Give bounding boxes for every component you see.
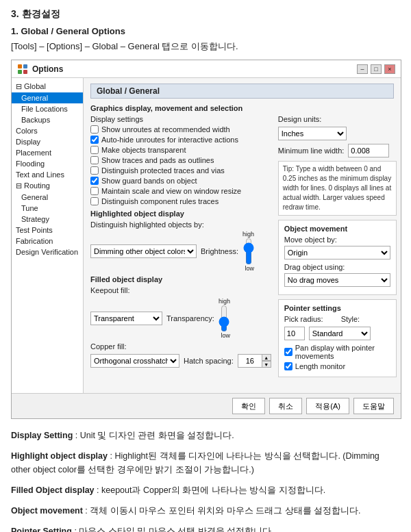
keepout-controls: Transparent Solid Transparency: high low (90, 298, 271, 339)
outlines-label: Show traces and pads as outlines (101, 156, 214, 164)
sidebar-item-backups[interactable]: Backups (12, 114, 83, 125)
dialog-footer: 확인 취소 적용(A) 도움말 (12, 393, 401, 418)
design-units-select[interactable]: Inches Millimeters (278, 127, 347, 140)
design-units-select-row: Inches Millimeters (278, 127, 397, 140)
pan-display-label: Pan display with pointer movements (295, 344, 390, 360)
highlight-method-select[interactable]: Dimming other object colors Brightening … (90, 244, 197, 258)
copper-controls: Orthogonal crosshatch Diagonal crosshatc… (90, 354, 271, 368)
sidebar-item-fabrication[interactable]: Fabrication (12, 236, 83, 246)
sidebar-item-flooding[interactable]: Flooding (12, 158, 83, 169)
keepout-select[interactable]: Transparent Solid (90, 312, 162, 325)
description-paragraph: Highlight object display : Highlight된 객체… (11, 449, 400, 477)
style-select[interactable]: Standard Custom (309, 327, 371, 340)
sidebar-item-test-points[interactable]: Test Points (12, 225, 83, 236)
section-title: 3. 환경설정 (11, 8, 400, 21)
length-monitor-label: Length monitor (295, 362, 345, 370)
close-button[interactable]: × (384, 64, 395, 74)
brightness-high-label: high (242, 231, 254, 238)
svg-rect-3 (23, 70, 27, 74)
sidebar-item-routing[interactable]: ⊟ Routing (12, 180, 83, 192)
check-maintain-scale: Maintain scale and view on window resize (90, 187, 271, 195)
transparency-low-label: low (221, 332, 230, 339)
main-panel: Global / General Graphics display, movem… (84, 78, 401, 393)
right-col: Design units: Inches Millimeters Minimum… (278, 115, 397, 381)
check-auto-hide: Auto-hide unroutes for interactive actio… (90, 136, 271, 144)
check-component-rules: Distinguish component rules traces (90, 197, 271, 205)
left-col: Display settings Show unroutes at recomm… (90, 115, 271, 381)
sidebar-item-general[interactable]: General (12, 92, 83, 103)
guard-bands-label: Show guard bands on object (101, 177, 197, 185)
sidebar-item-display[interactable]: Display (12, 136, 83, 147)
move-by-label: Move object by: (284, 236, 390, 244)
sidebar-item-global[interactable]: ⊟ Global (12, 81, 83, 92)
transparency-slider[interactable] (219, 305, 229, 332)
svg-rect-0 (18, 64, 22, 68)
spinner-buttons: ▲ ▼ (262, 354, 271, 368)
main-two-col: Display settings Show unroutes at recomm… (90, 115, 394, 381)
outlines-checkbox[interactable] (90, 156, 99, 164)
pick-radius-input[interactable] (284, 327, 305, 340)
auto-hide-checkbox[interactable] (90, 136, 99, 144)
check-transparent: Make objects transparent (90, 146, 271, 154)
apply-button[interactable]: 적용(A) (306, 398, 349, 414)
confirm-button[interactable]: 확인 (232, 398, 265, 414)
length-monitor-row: Length monitor (284, 362, 390, 370)
description-paragraph: Filled Object display : keepout과 Copper의… (11, 483, 400, 497)
length-monitor-checkbox[interactable] (284, 362, 292, 370)
transparency-slider-container: high low (219, 298, 230, 339)
brightness-slider-container: high low (242, 231, 254, 272)
pointer-title: Pointer settings (284, 304, 390, 312)
sub-title: 1. Global / General Options (11, 26, 400, 36)
sidebar-item-text-lines[interactable]: Text and Lines (12, 169, 83, 180)
description-paragraph: Display Setting : Unit 및 디자인 관련 화면을 설정합니… (11, 429, 400, 442)
pan-display-checkbox[interactable] (284, 348, 292, 356)
pick-radius-label: Pick radius: (284, 315, 323, 323)
transparency-high-label: high (219, 298, 230, 305)
brightness-slider[interactable] (244, 238, 253, 265)
pick-style-row: Standard Custom (284, 327, 390, 340)
move-by-select[interactable]: Origin Pick point (284, 246, 390, 259)
sidebar-item-file-locations[interactable]: File Locations (12, 103, 83, 114)
check-distinguish: Distinguish protected traces and vias (90, 166, 271, 175)
sidebar-item-placement[interactable]: Placement (12, 147, 83, 158)
nav-text: [Tools] – [Options] – Global – General 탭… (11, 40, 400, 53)
help-button[interactable]: 도움말 (353, 398, 394, 414)
design-units-row: Design units: (278, 115, 397, 123)
sidebar-item-routing-general[interactable]: General (12, 192, 83, 203)
drag-select[interactable]: No drag moves Connected (284, 273, 390, 287)
show-unroutes-checkbox[interactable] (90, 125, 99, 134)
component-rules-checkbox[interactable] (90, 197, 99, 205)
minimize-button[interactable]: – (357, 64, 368, 74)
highlight-label: Highlighted object display (90, 210, 271, 218)
copper-label: Copper fill: (90, 342, 127, 351)
brightness-row: Dimming other object colors Brightening … (90, 231, 271, 272)
options-dialog: Options – □ × ⊟ Global General File Loca… (11, 60, 401, 419)
sidebar-item-design-verification[interactable]: Design Verification (12, 246, 83, 257)
descriptions-container: Display Setting : Unit 및 디자인 관련 화면을 설정합니… (11, 429, 400, 532)
options-icon (17, 64, 28, 75)
hatch-label: Hatch spacing: (184, 357, 234, 365)
panel-header: Global / General (90, 84, 394, 99)
min-line-width-label: Minimum line width: (278, 147, 345, 155)
maximize-button[interactable]: □ (371, 64, 382, 74)
svg-rect-1 (23, 64, 27, 68)
keepout-label: Keepout fill: (90, 286, 129, 294)
graphics-section-label: Graphics display, movement and selection (90, 104, 394, 112)
transparent-checkbox[interactable] (90, 146, 99, 154)
brightness-label: Brightness: (201, 247, 238, 255)
display-settings-label: Display settings (90, 115, 271, 123)
cancel-button[interactable]: 취소 (269, 398, 302, 414)
sidebar-item-strategy[interactable]: Strategy (12, 214, 83, 225)
check-show-unroutes: Show unroutes at recommended width (90, 125, 271, 134)
copper-select[interactable]: Orthogonal crosshatch Diagonal crosshatc… (90, 354, 179, 368)
maintain-scale-checkbox[interactable] (90, 187, 99, 195)
sidebar-item-colors[interactable]: Colors (12, 125, 83, 136)
sidebar-item-tune[interactable]: Tune (12, 203, 83, 214)
guard-bands-checkbox[interactable] (90, 177, 99, 185)
hatch-up-button[interactable]: ▲ (262, 354, 271, 361)
hatch-input[interactable] (238, 354, 262, 368)
svg-rect-2 (18, 70, 22, 74)
distinguish-checkbox[interactable] (90, 166, 99, 175)
min-line-width-input[interactable] (348, 144, 389, 157)
hatch-down-button[interactable]: ▼ (262, 361, 271, 368)
